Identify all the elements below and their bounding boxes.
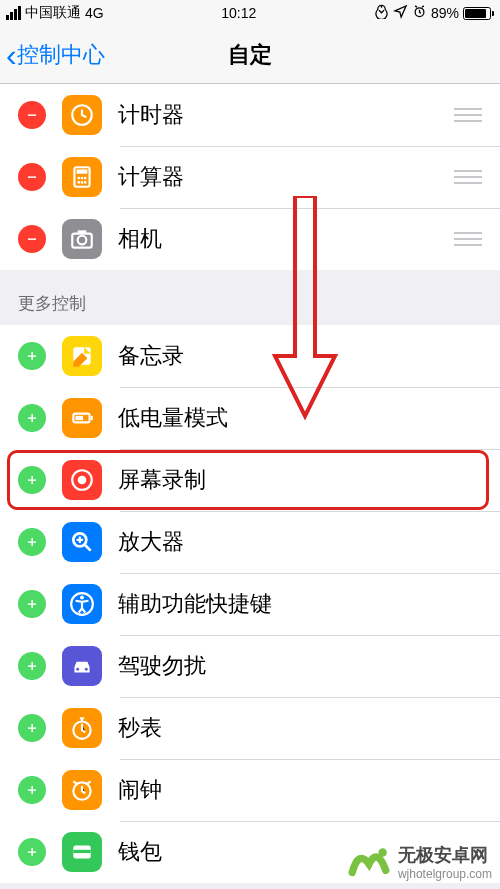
watermark-title: 无极安卓网 bbox=[398, 843, 492, 867]
remove-button[interactable] bbox=[18, 225, 46, 253]
alarm-indicator-icon bbox=[412, 4, 427, 22]
remove-button[interactable] bbox=[18, 163, 46, 191]
control-label: 驾驶勿扰 bbox=[118, 651, 482, 681]
drag-handle-icon[interactable] bbox=[454, 232, 482, 246]
battery-pct: 89% bbox=[431, 5, 459, 21]
watermark: 无极安卓网 wjhotelgroup.com bbox=[348, 841, 492, 883]
control-label: 计算器 bbox=[118, 162, 454, 192]
magnifier-icon bbox=[62, 522, 102, 562]
watermark-logo-icon bbox=[348, 841, 390, 883]
more-list: 备忘录低电量模式屏幕录制放大器辅助功能快捷键驾驶勿扰秒表闹钟钱包 bbox=[0, 325, 500, 883]
add-button[interactable] bbox=[18, 776, 46, 804]
control-label: 放大器 bbox=[118, 527, 482, 557]
control-row-lowpower[interactable]: 低电量模式 bbox=[0, 387, 500, 449]
control-label: 备忘录 bbox=[118, 341, 482, 371]
calculator-icon bbox=[62, 157, 102, 197]
notes-icon bbox=[62, 336, 102, 376]
stopwatch-icon bbox=[62, 708, 102, 748]
add-button[interactable] bbox=[18, 466, 46, 494]
timer-icon bbox=[62, 95, 102, 135]
add-button[interactable] bbox=[18, 528, 46, 556]
wallet-icon bbox=[62, 832, 102, 872]
network-label: 4G bbox=[85, 5, 104, 21]
chevron-left-icon: ‹ bbox=[6, 39, 17, 71]
add-button[interactable] bbox=[18, 838, 46, 866]
control-label: 计时器 bbox=[118, 100, 454, 130]
back-button[interactable]: ‹ 控制中心 bbox=[6, 39, 105, 71]
add-button[interactable] bbox=[18, 714, 46, 742]
record-icon bbox=[62, 460, 102, 500]
add-button[interactable] bbox=[18, 590, 46, 618]
add-button[interactable] bbox=[18, 652, 46, 680]
control-row-calculator[interactable]: 计算器 bbox=[0, 146, 500, 208]
control-row-alarm[interactable]: 闹钟 bbox=[0, 759, 500, 821]
remove-button[interactable] bbox=[18, 101, 46, 129]
control-label: 闹钟 bbox=[118, 775, 482, 805]
control-row-record[interactable]: 屏幕录制 bbox=[0, 449, 500, 511]
lock-icon bbox=[374, 4, 389, 22]
driving-icon bbox=[62, 646, 102, 686]
signal-icon bbox=[6, 6, 21, 20]
control-label: 相机 bbox=[118, 224, 454, 254]
control-row-timer[interactable]: 计时器 bbox=[0, 84, 500, 146]
control-row-magnifier[interactable]: 放大器 bbox=[0, 511, 500, 573]
accessibility-icon bbox=[62, 584, 102, 624]
included-list: 计时器计算器相机 bbox=[0, 84, 500, 270]
svg-point-31 bbox=[378, 848, 386, 856]
location-icon bbox=[393, 4, 408, 22]
status-bar: 中国联通 4G 10:12 89% bbox=[0, 0, 500, 26]
camera-icon bbox=[62, 219, 102, 259]
status-time: 10:12 bbox=[221, 5, 256, 21]
alarm-icon bbox=[62, 770, 102, 810]
control-row-driving[interactable]: 驾驶勿扰 bbox=[0, 635, 500, 697]
control-row-notes[interactable]: 备忘录 bbox=[0, 325, 500, 387]
drag-handle-icon[interactable] bbox=[454, 108, 482, 122]
back-label: 控制中心 bbox=[17, 40, 105, 70]
more-controls-header: 更多控制 bbox=[0, 270, 500, 325]
control-row-camera[interactable]: 相机 bbox=[0, 208, 500, 270]
add-button[interactable] bbox=[18, 404, 46, 432]
watermark-url: wjhotelgroup.com bbox=[398, 867, 492, 881]
control-label: 低电量模式 bbox=[118, 403, 482, 433]
carrier-label: 中国联通 bbox=[25, 4, 81, 22]
page-title: 自定 bbox=[228, 40, 272, 70]
nav-bar: ‹ 控制中心 自定 bbox=[0, 26, 500, 84]
drag-handle-icon[interactable] bbox=[454, 170, 482, 184]
control-label: 屏幕录制 bbox=[118, 465, 482, 495]
lowpower-icon bbox=[62, 398, 102, 438]
control-label: 秒表 bbox=[118, 713, 482, 743]
add-button[interactable] bbox=[18, 342, 46, 370]
control-label: 辅助功能快捷键 bbox=[118, 589, 482, 619]
control-row-stopwatch[interactable]: 秒表 bbox=[0, 697, 500, 759]
battery-icon bbox=[463, 7, 494, 20]
control-row-accessibility[interactable]: 辅助功能快捷键 bbox=[0, 573, 500, 635]
